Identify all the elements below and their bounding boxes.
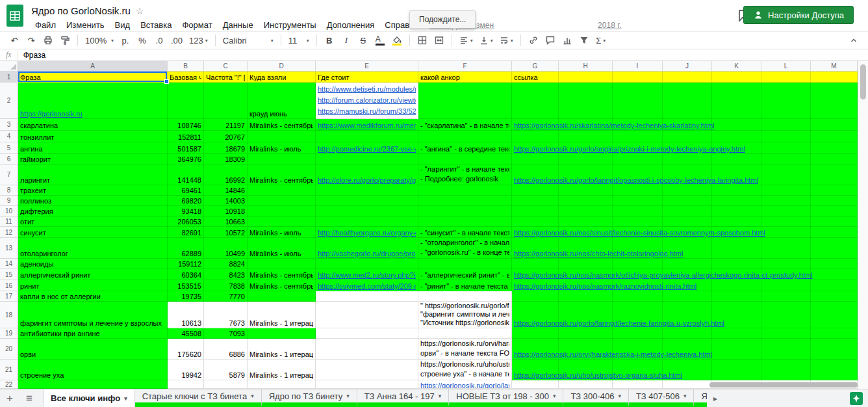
sheet-tab-1[interactable]: Старые ключи с ТЗ бинета▾ — [135, 389, 262, 407]
cell-M14[interactable] — [811, 259, 858, 269]
number-format-button[interactable]: 123▾ — [186, 33, 211, 48]
cell-A15[interactable]: аллергический ринит — [18, 269, 168, 280]
row-header-6[interactable]: 6 — [0, 154, 18, 164]
strikethrough-button[interactable]: S — [355, 33, 371, 48]
col-header-L[interactable]: L — [761, 61, 811, 72]
cell-B14[interactable]: 159112 — [168, 259, 204, 269]
sheet-tab-2[interactable]: Ядро по ТЗ бинету▾ — [262, 389, 357, 407]
print-button[interactable] — [40, 33, 56, 48]
cell-C3[interactable]: 21197 — [204, 119, 248, 131]
cell-A4[interactable]: тонзиллит — [18, 131, 168, 142]
cell-J4[interactable] — [663, 131, 712, 142]
cell-C16[interactable]: 7838 — [204, 280, 248, 291]
cell-J22[interactable] — [663, 380, 712, 389]
cell-H6[interactable] — [559, 154, 613, 164]
cell-C13[interactable]: 10499 — [204, 238, 248, 259]
cell-I22[interactable] — [613, 380, 663, 389]
cell-F11[interactable] — [418, 217, 512, 227]
cell-G12[interactable]: https://gorlonosik.ru/nos/sinusit/lechen… — [512, 227, 559, 238]
row-header-19[interactable]: 19 — [0, 328, 18, 339]
cell-F3[interactable]: - "скарлатина" - в начале текст — [418, 119, 512, 131]
menu-item-7[interactable]: Дополнения — [322, 19, 380, 31]
cell-M16[interactable] — [811, 280, 858, 291]
cell-L11[interactable] — [761, 217, 811, 227]
cell-G18[interactable]: https://gorlonosik.ru/gorlo/faringit/lec… — [512, 302, 559, 328]
cell-E8[interactable] — [316, 185, 418, 196]
cell-L19[interactable] — [761, 328, 811, 339]
cell-D5[interactable]: Miralinks - июль — [248, 142, 316, 154]
cell-B20[interactable]: 175620 — [168, 339, 204, 360]
cell-D12[interactable]: Miralinks - июль — [248, 227, 316, 238]
cell-F21[interactable]: https://gorlonosik.ru/uho/ustrojstстроен… — [418, 360, 512, 380]
bold-button[interactable]: B — [322, 33, 337, 48]
cell-L21[interactable] — [761, 360, 811, 380]
cell-M12[interactable] — [811, 227, 858, 238]
increase-decimal-button[interactable]: .00 — [168, 33, 185, 48]
cell-M18[interactable] — [811, 302, 858, 328]
percent-format-button[interactable]: % — [134, 33, 150, 48]
functions-button[interactable]: Σ▾ — [593, 33, 609, 48]
sheet-tab-4[interactable]: НОВЫЕ ТЗ от 198 - 300▾ — [449, 389, 563, 407]
cell-E17[interactable] — [316, 291, 418, 302]
cell-G4[interactable] — [512, 131, 559, 142]
cell-C6[interactable]: 18309 — [204, 154, 248, 164]
cell-F8[interactable] — [418, 185, 512, 196]
tab-caret-icon[interactable]: ▾ — [251, 393, 254, 399]
row-header-1[interactable]: 1 — [0, 72, 18, 83]
cell-E1[interactable]: Где стоит — [316, 72, 418, 83]
cell-H4[interactable] — [559, 131, 613, 142]
cell-B13[interactable]: 62889 — [168, 238, 204, 259]
cell-G11[interactable] — [512, 217, 559, 227]
cell-F6[interactable] — [418, 154, 512, 164]
col-header-H[interactable]: H — [559, 61, 613, 72]
cell-A2[interactable]: https://gorlonosik.ru — [18, 83, 168, 119]
font-select[interactable]: Calibri▾ — [220, 33, 276, 48]
sheets-logo[interactable] — [6, 5, 23, 27]
cell-A16[interactable]: ринит — [18, 280, 168, 291]
row-header-3[interactable]: 3 — [0, 119, 18, 131]
insert-comment-button[interactable] — [542, 33, 558, 48]
vertical-scrollbar[interactable] — [858, 61, 868, 389]
cell-I14[interactable] — [613, 259, 663, 269]
cell-B1[interactable]: Базовая частота — [168, 72, 204, 83]
cell-A10[interactable]: дифтерия — [18, 206, 168, 217]
cell-J19[interactable] — [663, 328, 712, 339]
cell-F22[interactable]: https://gorlonosik.ru/gorlo/laringi — [418, 380, 512, 389]
row-header-8[interactable]: 8 — [0, 185, 18, 196]
cell-D9[interactable] — [248, 196, 316, 206]
cell-C9[interactable]: 14003 — [204, 196, 248, 206]
cell-D13[interactable]: Miralinks - июль — [248, 238, 316, 259]
sheet-tab-5[interactable]: ТЗ 300-406▾ — [563, 389, 629, 407]
cell-J17[interactable] — [663, 291, 712, 302]
cell-B10[interactable]: 93418 — [168, 206, 204, 217]
cell-E21[interactable] — [316, 360, 418, 380]
cell-L10[interactable] — [761, 206, 811, 217]
cell-F17[interactable] — [418, 291, 512, 302]
cell-E13[interactable]: http://vashegorlo.ru/drugoe/propalo-c — [316, 238, 418, 259]
cell-E18[interactable] — [316, 302, 418, 328]
cell-D14[interactable] — [248, 259, 316, 269]
row-header-5[interactable]: 5 — [0, 142, 18, 154]
cell-B19[interactable]: 45508 — [168, 328, 204, 339]
cell-D7[interactable]: Miralinks - сентябрь — [248, 164, 316, 185]
tab-caret-icon[interactable]: ▾ — [439, 393, 442, 399]
col-header-E[interactable]: E — [316, 61, 418, 72]
cell-F18[interactable]: " https://gorlonosik.ru/gorlo/faring"фар… — [418, 302, 512, 328]
row-header-15[interactable]: 15 — [0, 269, 18, 280]
cell-G7[interactable]: https://gorlonosik.ru/gorlo/laringit/opa… — [512, 164, 559, 185]
row-header-9[interactable]: 9 — [0, 196, 18, 206]
all-sheets-button[interactable]: ≡ — [19, 389, 39, 407]
insert-chart-button[interactable] — [559, 33, 575, 48]
cell-B8[interactable]: 69461 — [168, 185, 204, 196]
cell-C2[interactable] — [204, 83, 248, 119]
cell-G22[interactable] — [512, 380, 559, 389]
cell-I8[interactable] — [613, 185, 663, 196]
cell-A20[interactable]: орви — [18, 339, 168, 360]
cell-M7[interactable] — [811, 164, 858, 185]
cell-C19[interactable]: 7093 — [204, 328, 248, 339]
col-header-I[interactable]: I — [613, 61, 663, 72]
cell-L16[interactable] — [761, 280, 811, 291]
menu-item-0[interactable]: Файл — [30, 19, 61, 31]
cell-K9[interactable] — [712, 196, 761, 206]
col-header-G[interactable]: G — [512, 61, 559, 72]
